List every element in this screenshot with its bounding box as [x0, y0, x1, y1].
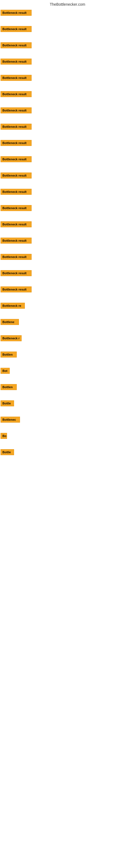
- list-item: Bottleneck result: [1, 26, 134, 34]
- bottleneck-badge[interactable]: Bottleneck result: [1, 75, 32, 81]
- bottleneck-badge[interactable]: Bottlen: [1, 351, 17, 358]
- bottleneck-badge[interactable]: Bottleneck result: [1, 107, 32, 113]
- list-item: Bottle: [1, 400, 134, 408]
- list-item: Bottleneck result: [1, 205, 134, 213]
- bottleneck-badge[interactable]: Bottleneck result: [1, 173, 32, 179]
- bottleneck-badge[interactable]: Bottleneck result: [1, 221, 32, 227]
- bottleneck-badge[interactable]: Bottleneck result: [1, 270, 32, 276]
- list-item: Bottleneck result: [1, 107, 134, 115]
- list-item: Bottleneck result: [1, 74, 134, 83]
- list-item: Bottlene: [1, 318, 134, 327]
- bottleneck-badge[interactable]: Bottleneck result: [1, 42, 32, 48]
- list-item: Bo: [1, 432, 134, 440]
- bottleneck-badge[interactable]: Bottleneck result: [1, 91, 32, 97]
- list-item: Bottleneck result: [1, 270, 134, 278]
- bottleneck-badge[interactable]: Bot: [1, 368, 10, 374]
- bottleneck-badge[interactable]: Bottleneck result: [1, 205, 32, 211]
- bottleneck-badge[interactable]: Bottlenec: [1, 416, 20, 423]
- bottleneck-badge[interactable]: Bottleneck result: [1, 238, 32, 244]
- bottleneck-badge[interactable]: Bottleneck r: [1, 335, 21, 341]
- list-item: Bot: [1, 367, 134, 375]
- list-item: Bottleneck r: [1, 335, 134, 343]
- list-item: Bottleneck re: [1, 302, 134, 310]
- list-item: Bottleneck result: [1, 123, 134, 131]
- list-item: Bottleneck result: [1, 188, 134, 196]
- bottleneck-badge[interactable]: Bottleneck result: [1, 124, 32, 130]
- list-item: Bottleneck result: [1, 237, 134, 245]
- list-item: Bottleneck result: [1, 58, 134, 66]
- bottleneck-badge[interactable]: Bottleneck result: [1, 26, 32, 32]
- list-item: Bottleneck result: [1, 91, 134, 99]
- list-item: Bottlenec: [1, 416, 134, 424]
- bottleneck-badge[interactable]: Bottleneck result: [1, 10, 32, 16]
- bottleneck-badge[interactable]: Bottleneck result: [1, 286, 32, 292]
- bottleneck-badge[interactable]: Bottle: [1, 449, 14, 455]
- bottleneck-badge[interactable]: Bottleneck result: [1, 59, 32, 65]
- list-item: Bottleneck result: [1, 156, 134, 164]
- list-item: Bottleneck result: [1, 140, 134, 148]
- list-item: Bottleneck result: [1, 9, 134, 18]
- site-header: TheBottlenecker.com: [0, 0, 135, 8]
- list-item: Bottleneck result: [1, 172, 134, 180]
- bottleneck-badge[interactable]: Bottlen: [1, 384, 17, 390]
- bottleneck-badge[interactable]: Bottle: [1, 400, 14, 406]
- bottleneck-badge[interactable]: Bottleneck result: [1, 140, 32, 146]
- list-item: Bottleneck result: [1, 42, 134, 50]
- bottleneck-badge[interactable]: Bo: [1, 433, 7, 439]
- list-item: Bottle: [1, 448, 134, 457]
- bottleneck-badge[interactable]: Bottleneck result: [1, 156, 32, 162]
- bottleneck-badge[interactable]: Bottleneck result: [1, 189, 32, 195]
- list-item: Bottleneck result: [1, 221, 134, 229]
- bottleneck-badge[interactable]: Bottleneck re: [1, 303, 25, 309]
- bottleneck-badge[interactable]: Bottlene: [1, 319, 19, 325]
- list-item: Bottlen: [1, 383, 134, 392]
- list-item: Bottleneck result: [1, 286, 134, 294]
- list-item: Bottleneck result: [1, 253, 134, 261]
- bottleneck-badge[interactable]: Bottleneck result: [1, 254, 32, 260]
- list-item: Bottlen: [1, 351, 134, 359]
